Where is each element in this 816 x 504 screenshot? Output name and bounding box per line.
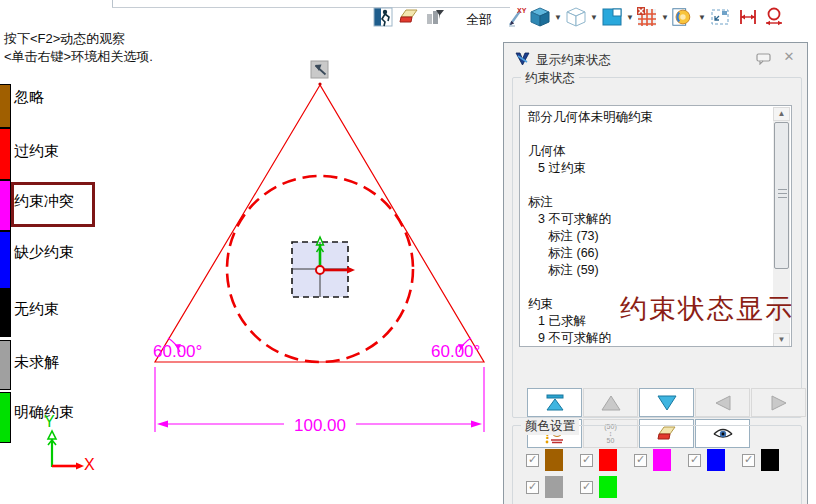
color-swatch[interactable]: [599, 476, 617, 498]
color-swatch[interactable]: [599, 449, 617, 471]
scrollbar-thumb[interactable]: [774, 122, 789, 269]
grid-dropdown-icon[interactable]: ▼: [660, 13, 670, 23]
annotation-overlay-text: 约束状态显示: [620, 291, 794, 327]
panel-title: 显示约束状态: [536, 52, 611, 69]
status-line: 9 不可求解的: [520, 330, 791, 347]
dim-length[interactable]: 100.00: [294, 416, 346, 435]
cube-wireframe-icon[interactable]: [565, 6, 587, 28]
view-pane-dropdown-icon[interactable]: ▼: [625, 13, 635, 23]
color-check-ignore: [526, 449, 563, 471]
scroll-down-icon[interactable]: ▼: [773, 333, 790, 347]
color-check-unconstrained: [742, 449, 779, 471]
status-line: 部分几何体未明确约束: [520, 109, 791, 126]
color-check-unsolved: [526, 476, 563, 498]
cube-solid-dropdown-icon[interactable]: ▼: [553, 13, 563, 23]
cube-solid-icon[interactable]: [529, 6, 551, 28]
dimension-horizontal-icon[interactable]: [737, 6, 759, 28]
dim-angle-left[interactable]: 60.00°: [153, 342, 202, 361]
checkbox[interactable]: [526, 481, 539, 494]
checkbox[interactable]: [580, 481, 593, 494]
zoom-document-dropdown-icon[interactable]: ▼: [697, 13, 707, 23]
color-swatch[interactable]: [545, 476, 563, 498]
scroll-up-icon[interactable]: ▲: [773, 107, 790, 121]
status-line: 3 不可求解的: [520, 211, 791, 228]
go-first-button[interactable]: [527, 388, 582, 417]
fixed-constraint-icon[interactable]: [311, 61, 328, 78]
cube-wireframe-dropdown-icon[interactable]: ▼: [589, 13, 599, 23]
constraint-status-group-label: 约束状态: [521, 70, 579, 87]
panel-pin-icon[interactable]: [756, 53, 771, 65]
color-swatch[interactable]: [761, 449, 779, 471]
zoom-document-icon[interactable]: [671, 6, 693, 28]
color-settings-group-label: 颜色设置: [521, 418, 579, 435]
checkbox[interactable]: [634, 454, 647, 467]
status-line: [520, 126, 791, 143]
color-check-explicit: [580, 476, 617, 498]
view-pane-icon[interactable]: [601, 6, 623, 28]
triangle-geometry[interactable]: [155, 85, 484, 362]
color-swatch[interactable]: [545, 449, 563, 471]
close-icon[interactable]: ✕: [782, 50, 796, 64]
status-line: 标注 (59): [520, 262, 791, 279]
triangle-apex-point[interactable]: [318, 82, 321, 85]
color-check-overconstrained: [580, 449, 617, 471]
color-check-underconstrained: [688, 449, 725, 471]
go-down-button[interactable]: [639, 388, 694, 417]
checkbox[interactable]: [526, 454, 539, 467]
axis-triad-icon: [40, 425, 90, 475]
status-line: 标注 (73): [520, 228, 791, 245]
dimension-diameter-icon[interactable]: [763, 6, 785, 28]
color-check-conflict: [634, 449, 671, 471]
go-right-button[interactable]: [751, 388, 806, 417]
color-swatch[interactable]: [653, 449, 671, 471]
application-window: 全部 XY ▼ ▼ ▼: [0, 0, 816, 504]
constraint-status-group: 约束状态 部分几何体未明确约束 几何体 5 过约束 标注 3 不可求解的 标注 …: [512, 77, 802, 418]
status-line: [520, 177, 791, 194]
svg-text:XY: XY: [517, 7, 527, 14]
go-up-button[interactable]: [583, 388, 638, 417]
checkbox[interactable]: [580, 454, 593, 467]
checkbox[interactable]: [688, 454, 701, 467]
linear-dimension[interactable]: 100.00: [155, 367, 484, 435]
status-line: 标注: [520, 194, 791, 211]
color-swatch[interactable]: [707, 449, 725, 471]
status-line: 标注 (66): [520, 245, 791, 262]
status-line: 5 过约束: [520, 160, 791, 177]
go-left-button[interactable]: [695, 388, 750, 417]
panel-title-icon: [514, 50, 531, 67]
checkbox[interactable]: [742, 454, 755, 467]
status-line: 几何体: [520, 143, 791, 160]
grid-icon[interactable]: [636, 6, 658, 28]
dim-angle-right[interactable]: 60.00°: [431, 342, 480, 361]
constraint-status-panel: 显示约束状态 ✕ 约束状态 部分几何体未明确约束 几何体 5 过约束 标注 3 …: [503, 42, 808, 504]
select-box-icon[interactable]: [709, 6, 731, 28]
